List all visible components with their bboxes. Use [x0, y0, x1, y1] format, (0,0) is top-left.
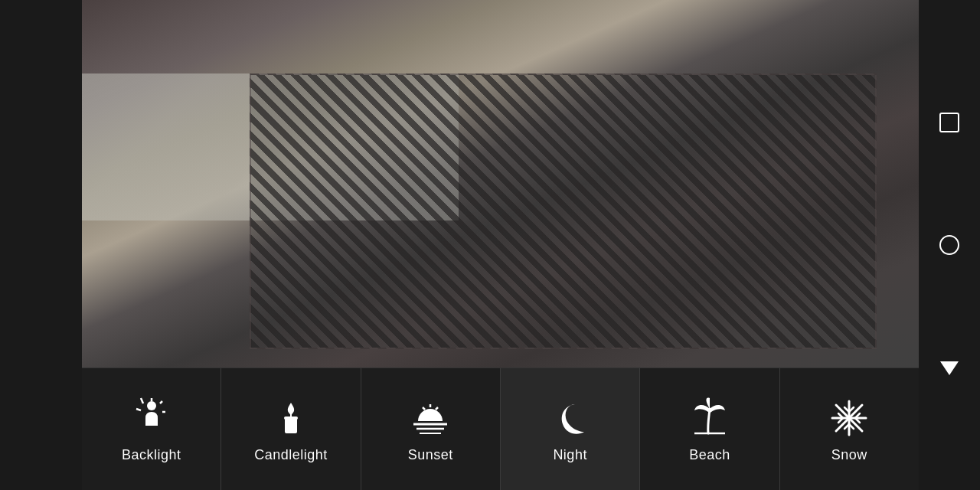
svg-line-14 — [423, 407, 425, 410]
main-area: Backlight Candlelight — [82, 0, 919, 490]
svg-rect-6 — [285, 418, 297, 433]
svg-line-13 — [436, 407, 438, 410]
table-surface — [250, 74, 877, 349]
recent-apps-button[interactable] — [933, 106, 966, 139]
viewfinder — [82, 0, 919, 368]
sunset-icon — [407, 395, 453, 441]
candlelight-icon — [268, 395, 314, 441]
scene-mode-backlight[interactable]: Backlight — [82, 368, 221, 490]
scene-mode-candlelight[interactable]: Candlelight — [221, 368, 361, 490]
sunset-label: Sunset — [408, 447, 453, 463]
svg-line-4 — [141, 398, 143, 403]
night-icon — [547, 395, 593, 441]
back-button[interactable] — [933, 351, 966, 384]
candlelight-label: Candlelight — [254, 447, 328, 463]
svg-rect-28 — [940, 113, 959, 132]
left-panel — [0, 0, 82, 490]
svg-line-2 — [160, 401, 162, 403]
svg-rect-8 — [284, 416, 298, 420]
beach-label: Beach — [689, 447, 730, 463]
svg-point-0 — [147, 401, 156, 410]
scene-mode-toolbar: Backlight Candlelight — [82, 368, 919, 490]
backlight-icon — [129, 395, 175, 441]
snow-label: Snow — [831, 447, 867, 463]
scene-mode-sunset[interactable]: Sunset — [361, 368, 501, 490]
night-label: Night — [553, 447, 587, 463]
scene-mode-night[interactable]: Night — [501, 368, 640, 490]
scene-mode-snow[interactable]: Snow — [780, 368, 919, 490]
scene-mode-beach[interactable]: Beach — [640, 368, 779, 490]
svg-point-29 — [940, 236, 959, 254]
snow-icon — [826, 395, 872, 441]
beach-icon — [687, 395, 733, 441]
svg-line-5 — [136, 409, 141, 410]
right-nav-panel — [919, 0, 980, 490]
svg-marker-30 — [940, 361, 959, 375]
backlight-label: Backlight — [122, 447, 181, 463]
home-button[interactable] — [933, 228, 966, 262]
